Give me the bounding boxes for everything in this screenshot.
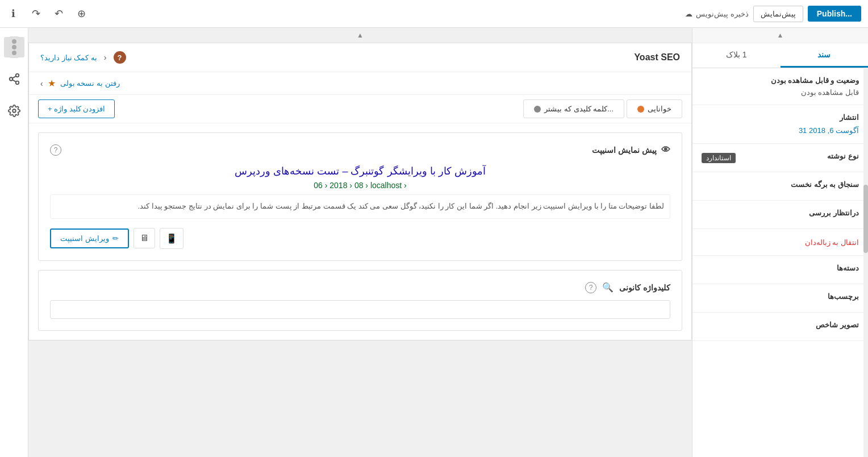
- version-link[interactable]: رفتن به نسخه بولی: [60, 79, 120, 88]
- sidebar-section-publish: انتشار آگوست 6, 2018 31: [692, 105, 868, 144]
- sidebar-scroll-thumb[interactable]: [863, 185, 868, 253]
- sidebar-scrollbar[interactable]: [863, 68, 868, 457]
- version-row: رفتن به نسخه بولی ★ ›: [29, 72, 691, 95]
- categories-title: دسته‌ها: [702, 264, 859, 272]
- pin-title: سنجاق به برگه نخست: [702, 180, 859, 189]
- trash-link[interactable]: انتقال به زباله‌دان: [805, 238, 859, 247]
- tl-dot-bot: [12, 51, 16, 55]
- chevron-down-icon[interactable]: ›: [104, 53, 107, 62]
- top-toolbar: ...Publish پیش‌نمایش ذخیره پیش‌نویس ☁ ℹ …: [0, 0, 868, 28]
- sidebar-scroll-up[interactable]: ▲: [692, 28, 868, 43]
- star-icon[interactable]: ★: [48, 78, 56, 89]
- sidebar-section-posttype: نوع نوشته استاندارد: [692, 144, 868, 172]
- sidebar-section-trash: انتقال به زباله‌دان: [692, 229, 868, 256]
- publish-title: انتشار: [840, 113, 859, 122]
- sidebar-section-visibility: وضعیت و قابل مشاهده بودن قابل مشاهده بود…: [692, 68, 868, 105]
- snippet-description: لطفا توضیحات متا را با ویرایش اسنیپت زیر…: [50, 194, 670, 219]
- chevron-icon[interactable]: ›: [40, 79, 43, 88]
- preview-button[interactable]: پیش‌نمایش: [753, 6, 803, 22]
- pending-title: درانتظار بررسی: [702, 209, 859, 217]
- sidebar-tabs: سند 1 بلاک: [692, 43, 868, 68]
- visibility-title: وضعیت و قابل مشاهده بودن: [771, 76, 859, 85]
- cloud-icon: ☁: [685, 10, 692, 18]
- keyword-help-icon[interactable]: ?: [585, 282, 596, 293]
- tab-document[interactable]: سند: [781, 43, 869, 68]
- svg-point-5: [12, 109, 16, 113]
- snippet-help-icon[interactable]: ?: [50, 144, 61, 156]
- pencil-icon: ✏: [112, 234, 119, 243]
- undo-icon[interactable]: ↶: [52, 7, 65, 20]
- keyword-header: کلیدواژه کانونی 🔍 ?: [50, 282, 670, 293]
- keyword-tab-label: کلمه کلیدی که بیشتر...: [544, 105, 614, 113]
- publish-date-link[interactable]: آگوست 6, 2018 31: [799, 126, 859, 135]
- yoast-header: Yoast SEO به کمک نیاز دارید؟ › ?: [29, 43, 691, 72]
- sidebar-section-pending: درانتظار بررسی: [692, 201, 868, 229]
- traffic-light-icon[interactable]: [4, 37, 24, 57]
- yoast-title: Yoast SEO: [634, 52, 680, 63]
- tab-readability[interactable]: خوانایی: [627, 99, 682, 118]
- tab-keyword[interactable]: کلمه کلیدی که بیشتر...: [523, 99, 624, 118]
- tl-dot-mid: [12, 45, 16, 49]
- yoast-panel: Yoast SEO به کمک نیاز دارید؟ › ? رفتن به…: [28, 43, 692, 340]
- keyword-section: کلیدواژه کانونی 🔍 ?: [38, 270, 682, 331]
- snippet-header: 👁 پیش نمایش اسنیپت ?: [50, 144, 670, 156]
- snippet-section-title: پیش نمایش اسنیپت: [592, 146, 657, 155]
- posttype-title: نوع نوشته: [827, 152, 859, 160]
- snippet-post-title: آموزش کار با ویرایشگر گوتنبرگ – تست نسخه…: [50, 165, 670, 177]
- visibility-value: قابل مشاهده بودن: [702, 88, 859, 97]
- snippet-buttons-row: ویرایش اسنیپت ✏ 🖥 📱: [50, 228, 670, 249]
- publish-button[interactable]: ...Publish: [808, 6, 861, 22]
- content-area: ▲ Yoast SEO به کمک نیاز دارید؟ › ? رفتن …: [28, 28, 692, 457]
- keyword-dot: [534, 106, 541, 113]
- save-draft-label: ذخیره پیش‌نویس: [696, 10, 749, 18]
- redo-icon[interactable]: ↷: [30, 7, 42, 20]
- main-layout: ▲ سند 1 بلاک وضعیت و قابل مشاهده بودن قا…: [0, 28, 868, 457]
- yoast-tabs-row: + افزودن کلید واژه کلمه کلیدی که بیشتر..…: [29, 95, 691, 123]
- sidebar-section-featured-image: تصویر شاخص: [692, 313, 868, 341]
- help-link[interactable]: به کمک نیاز دارید؟: [40, 53, 97, 62]
- yoast-header-right: به کمک نیاز دارید؟ › ?: [40, 51, 126, 64]
- readability-dot: [637, 106, 644, 113]
- share-icon[interactable]: [4, 69, 24, 89]
- snippet-url: 06 › 2018 › 08 › localhost ›: [50, 181, 670, 190]
- edit-snippet-label: ویرایش اسنیپت: [60, 234, 109, 243]
- eye-icon: 👁: [661, 145, 670, 155]
- tags-title: برچسب‌ها: [702, 292, 859, 301]
- traffic-light-widget: [9, 36, 19, 58]
- mobile-view-button[interactable]: 📱: [160, 228, 183, 249]
- edit-snippet-button[interactable]: ویرایش اسنیپت ✏: [50, 228, 129, 248]
- featured-image-title: تصویر شاخص: [702, 321, 859, 329]
- sidebar-section-tags: برچسب‌ها: [692, 284, 868, 313]
- tab-block[interactable]: 1 بلاک: [692, 43, 781, 68]
- keyword-title: کلیدواژه کانونی: [619, 283, 670, 292]
- snippet-section: 👁 پیش نمایش اسنیپت ? آموزش کار با ویرایش…: [38, 132, 682, 261]
- plus-icon[interactable]: ⊕: [75, 7, 87, 20]
- snippet-title-label: 👁 پیش نمایش اسنیپت: [592, 145, 670, 155]
- settings-icon[interactable]: [4, 101, 24, 121]
- svg-line-3: [12, 80, 15, 82]
- sidebar-section-pin: سنجاق به برگه نخست: [692, 172, 868, 201]
- keyword-search-icon: 🔍: [602, 282, 614, 293]
- keyword-input[interactable]: [50, 300, 670, 319]
- info-icon[interactable]: ℹ: [7, 7, 19, 20]
- readability-tab-label: خوانایی: [648, 105, 671, 113]
- sidebar: ▲ سند 1 بلاک وضعیت و قابل مشاهده بودن قا…: [692, 28, 868, 457]
- sidebar-section-categories: دسته‌ها: [692, 256, 868, 284]
- desktop-view-button[interactable]: 🖥: [133, 228, 155, 248]
- question-circle-icon[interactable]: ?: [114, 51, 126, 64]
- tl-dot-top: [12, 39, 16, 44]
- save-draft-button[interactable]: ذخیره پیش‌نویس ☁: [685, 10, 749, 18]
- svg-line-4: [12, 76, 15, 78]
- toolbar-right-icons: ℹ ↷ ↶ ⊕: [7, 7, 87, 20]
- standard-badge: استاندارد: [702, 153, 736, 163]
- content-scroll-up[interactable]: ▲: [28, 28, 692, 43]
- add-keyword-button[interactable]: + افزودن کلید واژه: [38, 99, 115, 118]
- right-icon-bar: [0, 28, 28, 457]
